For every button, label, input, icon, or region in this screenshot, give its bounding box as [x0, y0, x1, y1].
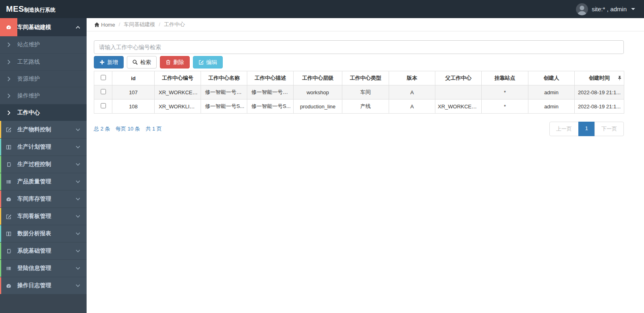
sidebar-item[interactable]: 产品质量管理: [0, 173, 87, 190]
breadcrumb-item: 工作中心: [164, 21, 185, 27]
sidebar-subitem[interactable]: 工作中心: [0, 104, 87, 121]
sidebar-subitem-label: 资源维护: [17, 75, 87, 83]
column-header[interactable]: 工作中心类型: [342, 71, 389, 85]
breadcrumb: Home /车间基础建模/工作中心: [87, 18, 644, 31]
sidebar-subitem-label: 操作维护: [17, 92, 87, 99]
sidebar-item[interactable]: 登陆信息管理: [0, 259, 87, 277]
total-count: 总 2 条: [94, 126, 110, 132]
column-header[interactable]: 版本: [389, 71, 435, 85]
add-button-label: 新增: [107, 59, 118, 66]
table-cell: workshop: [294, 85, 342, 99]
breadcrumb-item[interactable]: 车间基础建模: [124, 21, 155, 27]
edit-button-label: 编辑: [206, 59, 217, 66]
column-header[interactable]: 工作中心层级: [294, 71, 342, 85]
trash-icon: [166, 60, 171, 65]
sidebar-subitem-label: 工艺路线: [17, 58, 87, 66]
brand-logo[interactable]: MES制造执行系统: [0, 4, 87, 14]
table-cell: [435, 85, 482, 99]
sidebar-item-workshop-modeling[interactable]: 车间基础建模: [0, 18, 87, 36]
chevron-down-icon: [76, 232, 80, 235]
sidebar-item-label: 生产计划管理: [17, 143, 76, 151]
chevron-right-icon: [0, 104, 17, 121]
user-label: site:* , admin: [592, 6, 627, 12]
sidebar: 车间基础建模 站点维护 工艺路线 资源维护 操作维护 工作中心 生: [0, 18, 87, 313]
pencil-square-icon: [0, 121, 17, 138]
sidebar-item[interactable]: 车间看板管理: [0, 207, 87, 225]
next-page-button[interactable]: 下一页: [594, 122, 624, 136]
edit-button[interactable]: 编辑: [193, 56, 223, 68]
list-icon: [0, 173, 17, 190]
brand-bold: MES: [6, 4, 24, 13]
add-button[interactable]: 新增: [94, 56, 124, 68]
book-icon: [0, 243, 17, 259]
breadcrumb-separator: /: [119, 21, 120, 27]
sidebar-item-label: 系统基础管理: [17, 247, 76, 255]
sidebar-item[interactable]: 数据分析报表: [0, 225, 87, 242]
delete-button-label: 删除: [173, 59, 184, 66]
avatar: [576, 3, 588, 15]
page-count: 共 1 页: [145, 126, 162, 132]
column-header[interactable]: 工作中心编号: [155, 71, 201, 85]
column-header[interactable]: 挂靠站点: [482, 71, 528, 85]
app: MES制造执行系统 site:* , admin 车间基础建模 站点维护: [0, 0, 644, 313]
chevron-down-icon: [76, 215, 80, 218]
pin-icon[interactable]: [617, 76, 622, 81]
row-checkbox[interactable]: [101, 103, 106, 108]
content: 新增 检索 删除 编辑 id工作中心编号工作中心名称工作中心描: [87, 31, 644, 136]
table-row: 108XR_WORKLINE...修一智能一号S...修一智能一号S...pro…: [94, 99, 624, 114]
per-page-count: 每页 10 条: [116, 126, 140, 132]
table-cell: 108: [112, 99, 155, 114]
table-cell: 修一智能一号车间: [201, 85, 247, 99]
pagination: 上一页 1 下一页: [549, 122, 624, 136]
delete-button[interactable]: 删除: [160, 56, 190, 68]
list-icon: [0, 260, 17, 277]
table-cell: admin: [528, 85, 575, 99]
table-cell: *: [482, 85, 528, 99]
column-header-label: 工作中心层级: [302, 75, 333, 81]
column-header[interactable]: 创建人: [528, 71, 575, 85]
table-body: 107XR_WORKCEN...修一智能一号车间修一智能一号车间workshop…: [94, 85, 624, 114]
table-cell: A: [389, 85, 435, 99]
prev-page-button[interactable]: 上一页: [549, 122, 579, 136]
column-header[interactable]: 工作中心描述: [247, 71, 294, 85]
sidebar-item-label: 产品质量管理: [17, 178, 76, 185]
sidebar-item[interactable]: 生产过程控制: [0, 155, 87, 173]
sidebar-item[interactable]: 生产物料控制: [0, 121, 87, 138]
breadcrumb-home[interactable]: Home: [94, 22, 115, 28]
sidebar-subitem[interactable]: 工艺路线: [0, 53, 87, 70]
pencil-square-icon: [0, 208, 17, 225]
sidebar-item[interactable]: 车间库存管理: [0, 190, 87, 207]
sidebar-item[interactable]: 生产计划管理: [0, 138, 87, 155]
column-header[interactable]: 工作中心名称: [201, 71, 247, 85]
sidebar-subitem[interactable]: 站点维护: [0, 36, 87, 53]
table-cell: admin: [528, 99, 575, 114]
column-header[interactable]: 父工作中心: [435, 71, 482, 85]
query-button[interactable]: 检索: [127, 56, 157, 68]
column-header-label: 父工作中心: [445, 75, 472, 81]
select-all-header: [94, 71, 112, 85]
sidebar-item[interactable]: 系统基础管理: [0, 242, 87, 259]
sidebar-submenu: 站点维护 工艺路线 资源维护 操作维护 工作中心: [0, 36, 87, 121]
plus-icon: [99, 60, 105, 65]
table-cell: 修一智能一号车间: [247, 85, 294, 99]
sidebar-item-label: 车间看板管理: [17, 213, 76, 220]
page-1-button[interactable]: 1: [578, 122, 595, 136]
column-header[interactable]: id: [112, 71, 155, 85]
sidebar-item[interactable]: 操作日志管理: [0, 277, 87, 294]
column-header[interactable]: 创建时间: [575, 71, 624, 85]
table-cell: 产线: [342, 99, 389, 114]
dashboard-icon: [0, 18, 17, 36]
select-all-checkbox[interactable]: [101, 75, 106, 80]
top-navbar: MES制造执行系统 site:* , admin: [0, 0, 644, 18]
toolbar: 新增 检索 删除 编辑: [94, 56, 624, 68]
breadcrumb-home-label: Home: [101, 22, 115, 28]
breadcrumb-path: /车间基础建模/工作中心: [115, 21, 185, 28]
user-menu[interactable]: site:* , admin: [576, 3, 644, 15]
brand-rest: 制造执行系统: [24, 7, 56, 13]
chevron-right-icon: [0, 87, 17, 104]
sidebar-subitem[interactable]: 操作维护: [0, 87, 87, 104]
row-checkbox[interactable]: [101, 89, 106, 94]
search-input[interactable]: [94, 40, 624, 54]
pagination-summary: 总 2 条 每页 10 条 共 1 页: [94, 125, 166, 133]
sidebar-subitem[interactable]: 资源维护: [0, 70, 87, 87]
